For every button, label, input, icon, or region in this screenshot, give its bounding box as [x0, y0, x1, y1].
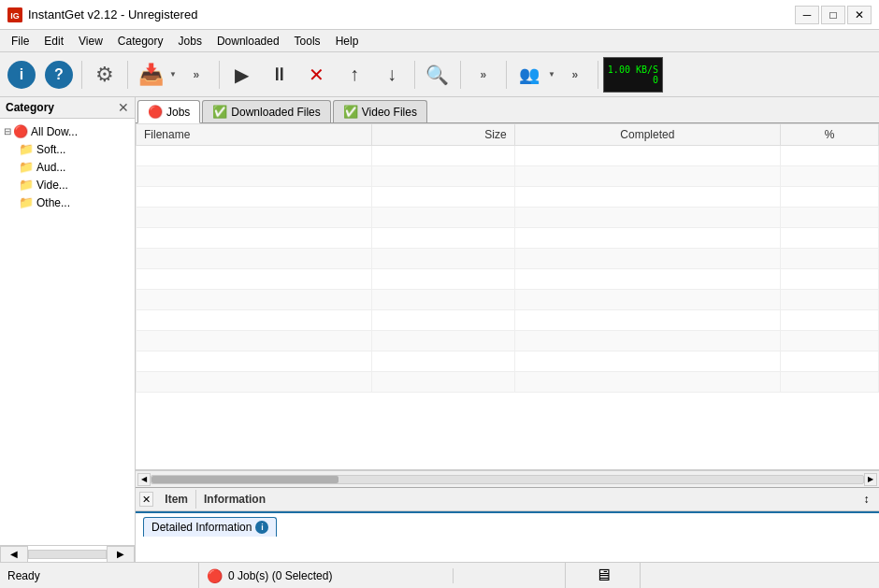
toolbar-separator-5: [460, 61, 461, 89]
other-label: Othe...: [36, 196, 70, 209]
tree-item-audio[interactable]: 📁 Aud...: [0, 158, 135, 176]
add-download-button[interactable]: 📥: [133, 57, 168, 93]
status-jobs-text: 0 Job(s) (0 Selected): [228, 569, 332, 582]
table-row: [137, 208, 879, 228]
more-toolbar-button[interactable]: »: [179, 57, 214, 93]
tree-expander-all: ⊟: [4, 126, 11, 136]
pause-button[interactable]: ⏸: [262, 57, 297, 93]
start-button[interactable]: ▶: [224, 57, 260, 93]
tab-jobs[interactable]: 🔴 Jobs: [137, 100, 200, 123]
minimize-button[interactable]: ─: [795, 6, 819, 24]
other-folder-icon: 📁: [19, 195, 34, 209]
title-bar-left: IG InstantGet v2.12 - Unregistered: [7, 7, 197, 22]
status-right: [641, 563, 879, 588]
tree-item-all-downloads[interactable]: ⊟ 🔴 All Dow...: [0, 122, 135, 140]
more-right-button-2[interactable]: »: [557, 57, 593, 93]
help-button[interactable]: ?: [41, 57, 77, 93]
add-download-arrow-icon[interactable]: ▼: [169, 70, 177, 79]
down-arrow-icon: ↓: [387, 64, 396, 85]
menu-tools[interactable]: Tools: [287, 33, 328, 50]
table-row: [137, 187, 879, 208]
close-button[interactable]: ✕: [847, 6, 872, 24]
more-right-button[interactable]: »: [466, 57, 501, 93]
table-row: [137, 351, 879, 372]
detail-tab-row: Detailed Information i: [136, 511, 879, 540]
audio-folder-icon: 📁: [19, 160, 34, 174]
toolbar-separator-4: [414, 61, 415, 89]
horizontal-scrollbar: ◀ ▶: [136, 470, 879, 487]
move-up-button[interactable]: ↑: [337, 57, 372, 93]
tree-item-video[interactable]: 📁 Vide...: [0, 176, 135, 194]
tab-downloaded-files[interactable]: ✅ Downloaded Files: [202, 100, 330, 122]
status-ready: Ready: [0, 563, 199, 588]
menu-help[interactable]: Help: [328, 33, 367, 50]
table-row: [137, 310, 879, 331]
schedule-arrow-icon[interactable]: ▼: [548, 70, 555, 79]
cat-scroll-right[interactable]: ▶: [107, 546, 135, 563]
move-down-button[interactable]: ↓: [374, 57, 410, 93]
info-button[interactable]: i: [4, 57, 39, 93]
search-button[interactable]: 🔍: [420, 57, 455, 93]
more-right-icon: »: [481, 68, 487, 81]
tree-item-other[interactable]: 📁 Othe...: [0, 194, 135, 211]
scroll-right-button[interactable]: ▶: [864, 473, 877, 486]
toolbar-separator-7: [598, 61, 598, 89]
table-row: [137, 146, 879, 166]
status-jobs: 🔴 0 Job(s) (0 Selected): [199, 568, 454, 583]
scroll-track[interactable]: [151, 475, 864, 484]
software-folder-icon: 📁: [19, 142, 34, 156]
toolbar-separator-1: [81, 61, 82, 89]
help-icon: ?: [45, 61, 73, 89]
tab-jobs-label: Jobs: [166, 106, 190, 119]
jobs-table: Filename Size Completed %: [136, 123, 879, 393]
menu-view[interactable]: View: [71, 33, 110, 50]
scroll-thumb[interactable]: [151, 476, 339, 483]
category-title: Category: [6, 101, 54, 114]
speed-value: 1.00 KB/S: [608, 65, 658, 75]
jobs-table-area: Filename Size Completed %: [136, 123, 879, 470]
table-row: [137, 372, 879, 393]
cancel-icon: ✕: [309, 64, 324, 86]
audio-label: Aud...: [36, 161, 65, 174]
tab-downloaded-label: Downloaded Files: [231, 106, 320, 119]
downloaded-tab-icon: ✅: [212, 105, 227, 119]
schedule-icon: 👥: [519, 65, 540, 85]
maximize-button[interactable]: □: [821, 6, 845, 24]
col-size: Size: [371, 124, 514, 146]
toolbar-separator-2: [127, 61, 128, 89]
menu-jobs[interactable]: Jobs: [171, 33, 209, 50]
detail-col-information: Information: [196, 490, 273, 509]
detail-tab-label: Detailed Information: [151, 521, 252, 534]
settings-button[interactable]: ⚙: [87, 57, 122, 93]
detail-close-button[interactable]: ✕: [139, 492, 153, 507]
title-bar-controls: ─ □ ✕: [795, 6, 872, 24]
cancel-button[interactable]: ✕: [299, 57, 335, 93]
detail-tab-info[interactable]: Detailed Information i: [143, 517, 277, 537]
status-icon-area: 🖥: [566, 563, 641, 588]
menu-edit[interactable]: Edit: [36, 33, 71, 50]
add-download-group: 📥 ▼: [133, 57, 177, 93]
status-network-icon: 🖥: [595, 566, 612, 585]
menu-downloaded[interactable]: Downloaded: [209, 33, 287, 50]
cat-scroll-left[interactable]: ◀: [0, 546, 28, 563]
detail-resize-icon[interactable]: ↕: [857, 493, 875, 506]
col-percent: %: [781, 124, 879, 146]
tree-item-software[interactable]: 📁 Soft...: [0, 140, 135, 158]
play-icon: ▶: [235, 64, 249, 86]
tab-video-files[interactable]: ✅ Video Files: [333, 100, 427, 122]
col-completed: Completed: [514, 124, 780, 146]
menu-file[interactable]: File: [4, 33, 36, 50]
scroll-left-button[interactable]: ◀: [137, 473, 151, 486]
detail-header: ✕ Item Information ↕: [136, 488, 879, 511]
category-close-button[interactable]: ✕: [118, 100, 129, 115]
video-tab-icon: ✅: [343, 105, 358, 119]
toolbar: i ? ⚙ 📥 ▼ » ▶ ⏸ ✕ ↑ ↓ 🔍: [0, 52, 879, 97]
schedule-button[interactable]: 👥: [512, 57, 547, 93]
menu-category[interactable]: Category: [110, 33, 171, 50]
more-icon: »: [194, 68, 200, 81]
category-header: Category ✕: [0, 97, 135, 119]
right-panel: 🔴 Jobs ✅ Downloaded Files ✅ Video Files …: [136, 97, 879, 562]
add-download-icon: 📥: [138, 63, 164, 87]
table-row: [137, 166, 879, 187]
table-row: [137, 228, 879, 249]
